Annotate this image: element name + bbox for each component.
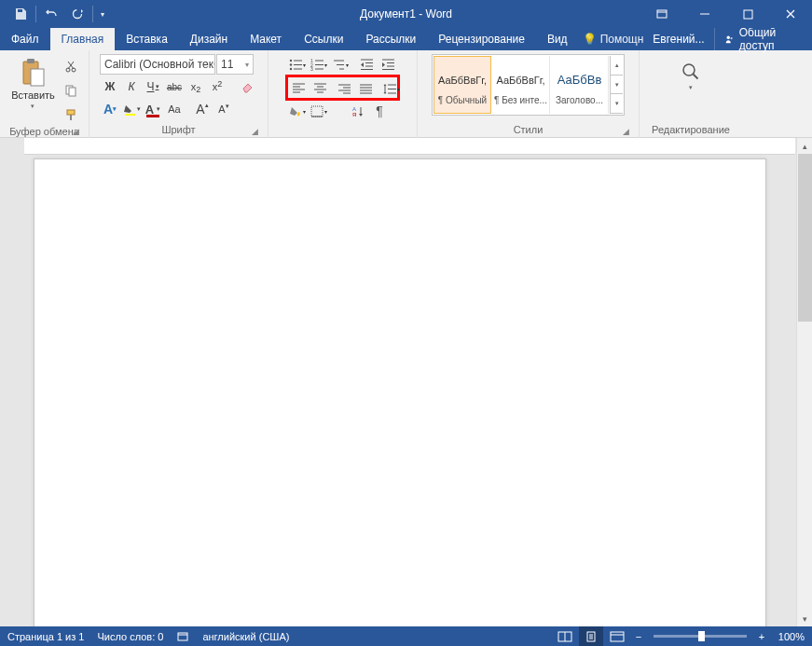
- tab-insert[interactable]: Вставка: [115, 28, 179, 50]
- save-button[interactable]: [7, 1, 34, 27]
- chevron-down-icon: ▾: [113, 105, 117, 113]
- multilevel-list-button[interactable]: ▾: [330, 54, 351, 75]
- scroll-down-button[interactable]: ▾: [797, 611, 812, 626]
- align-center-button[interactable]: [310, 77, 330, 98]
- bold-button[interactable]: Ж: [100, 76, 120, 97]
- line-spacing-button[interactable]: ▾: [381, 78, 402, 99]
- chevron-down-icon: ▾: [397, 86, 400, 92]
- numbering-button[interactable]: 123▾: [309, 54, 329, 75]
- tab-home[interactable]: Главная: [50, 28, 116, 50]
- bullets-button[interactable]: ▾: [287, 54, 308, 75]
- underline-button[interactable]: Ч▾: [143, 76, 163, 97]
- tell-me[interactable]: 💡Помощн: [583, 33, 644, 46]
- grow-font-button[interactable]: A▴: [192, 99, 213, 119]
- group-label-styles: Стили: [514, 124, 544, 135]
- tab-file[interactable]: Файл: [0, 28, 50, 50]
- scroll-up-button[interactable]: ▴: [797, 138, 812, 154]
- share-button[interactable]: Общий доступ: [714, 28, 812, 50]
- zoom-out-button[interactable]: −: [631, 629, 646, 644]
- font-name-combo[interactable]: Calibri (Основной тек▾: [100, 54, 215, 75]
- tab-review[interactable]: Рецензирование: [427, 28, 536, 50]
- align-right-button[interactable]: [334, 78, 354, 99]
- line-spacing-icon: [383, 83, 397, 95]
- zoom-in-button[interactable]: +: [754, 629, 769, 644]
- redo-button[interactable]: [64, 1, 90, 27]
- shrink-font-button[interactable]: A▾: [213, 99, 234, 119]
- ribbon-display-options[interactable]: [640, 0, 683, 28]
- web-layout-button[interactable]: [605, 626, 629, 646]
- align-center-icon: [313, 82, 327, 94]
- align-left-button[interactable]: [288, 77, 309, 98]
- document-page[interactable]: [34, 158, 766, 626]
- zoom-level[interactable]: 100%: [778, 631, 805, 642]
- page-indicator[interactable]: Страница 1 из 1: [7, 631, 84, 642]
- style-heading1[interactable]: АаБбВв Заголово...: [551, 56, 609, 114]
- zoom-slider[interactable]: [654, 635, 747, 638]
- align-left-icon: [292, 82, 306, 94]
- quick-access-toolbar: ▾: [0, 1, 110, 27]
- maximize-button[interactable]: [726, 0, 769, 28]
- tab-design[interactable]: Дизайн: [179, 28, 239, 50]
- show-marks-button[interactable]: ¶: [369, 101, 390, 121]
- account-name[interactable]: Евгений...: [643, 33, 713, 46]
- strikethrough-button[interactable]: abc: [164, 76, 185, 97]
- dialog-launcher-styles[interactable]: ◢: [620, 126, 631, 137]
- proofing-icon: [176, 630, 189, 643]
- chevron-up-icon: ▴: [611, 56, 623, 76]
- format-painter-button[interactable]: [61, 104, 81, 125]
- copy-button[interactable]: [61, 80, 81, 101]
- shading-button[interactable]: ▾: [287, 101, 308, 121]
- sort-icon: AЯ: [351, 105, 365, 117]
- word-count[interactable]: Число слов: 0: [97, 631, 163, 642]
- subscript-button[interactable]: x2: [186, 76, 206, 97]
- vertical-scrollbar[interactable]: ▴ ▾: [796, 138, 812, 626]
- undo-button[interactable]: [38, 1, 64, 27]
- svg-point-4: [730, 37, 732, 39]
- language-indicator[interactable]: английский (США): [202, 631, 289, 642]
- ribbon-options-icon: [656, 8, 667, 20]
- tab-references[interactable]: Ссылки: [293, 28, 354, 50]
- outdent-icon: [360, 59, 374, 71]
- paste-button[interactable]: Вставить ▾: [7, 54, 59, 114]
- change-case-button[interactable]: Aa: [164, 99, 185, 119]
- scroll-thumb[interactable]: [798, 154, 812, 322]
- tab-layout[interactable]: Макет: [239, 28, 293, 50]
- dialog-launcher-font[interactable]: ◢: [249, 126, 260, 137]
- superscript-button[interactable]: x2: [207, 76, 227, 97]
- chevron-down-icon: ▾: [213, 61, 215, 69]
- window-title: Документ1 - Word: [360, 7, 452, 21]
- qat-customize[interactable]: ▾: [95, 1, 110, 27]
- print-layout-icon: [585, 630, 598, 643]
- tab-mailings[interactable]: Рассылки: [354, 28, 427, 50]
- find-button[interactable]: ▾: [670, 54, 711, 95]
- borders-icon: [310, 105, 324, 117]
- tab-view[interactable]: Вид: [536, 28, 579, 50]
- read-mode-button[interactable]: [553, 626, 577, 646]
- increase-indent-button[interactable]: [378, 54, 398, 75]
- font-size-combo[interactable]: 11▾: [216, 54, 254, 75]
- print-layout-button[interactable]: [579, 626, 603, 646]
- borders-button[interactable]: ▾: [309, 101, 329, 121]
- chevron-down-icon: ▾: [245, 61, 249, 69]
- spell-check-status[interactable]: [176, 630, 189, 643]
- highlight-button[interactable]: ▾: [121, 99, 142, 119]
- sort-button[interactable]: AЯ: [348, 101, 368, 121]
- italic-button[interactable]: К: [121, 76, 142, 97]
- shading-icon: [289, 105, 303, 117]
- clear-formatting-button[interactable]: [237, 76, 257, 97]
- multilevel-icon: [332, 59, 346, 71]
- decrease-indent-button[interactable]: [356, 54, 377, 75]
- chevron-down-icon: ▾: [157, 105, 160, 113]
- close-button[interactable]: [769, 0, 812, 28]
- minimize-button[interactable]: [683, 0, 726, 28]
- zoom-slider-thumb[interactable]: [698, 631, 705, 641]
- cut-button[interactable]: [61, 56, 81, 76]
- style-no-spacing[interactable]: АаБбВвГг, ¶ Без инте...: [492, 56, 550, 114]
- font-color-button[interactable]: A▾: [143, 99, 163, 119]
- style-preview-normal: АаБбВвГг,: [438, 65, 487, 95]
- dialog-launcher-clipboard[interactable]: ◢: [70, 126, 81, 137]
- styles-gallery-expand[interactable]: ▴ ▾ ▾: [610, 56, 623, 114]
- align-justify-button[interactable]: [355, 78, 376, 99]
- horizontal-ruler[interactable]: [24, 138, 795, 155]
- text-effects-button[interactable]: A▾: [100, 99, 120, 119]
